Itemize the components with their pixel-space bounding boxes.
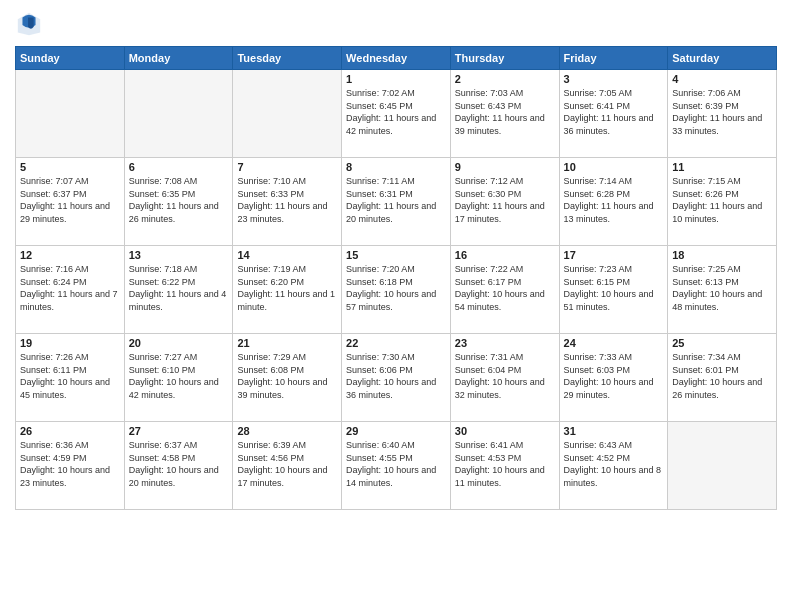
calendar-cell: 4Sunrise: 7:06 AMSunset: 6:39 PMDaylight…: [668, 70, 777, 158]
day-number: 7: [237, 161, 337, 173]
day-number: 4: [672, 73, 772, 85]
day-number: 31: [564, 425, 664, 437]
day-info: Sunrise: 7:18 AMSunset: 6:22 PMDaylight:…: [129, 263, 229, 313]
header: [15, 10, 777, 38]
calendar-cell: 17Sunrise: 7:23 AMSunset: 6:15 PMDayligh…: [559, 246, 668, 334]
week-row-3: 12Sunrise: 7:16 AMSunset: 6:24 PMDayligh…: [16, 246, 777, 334]
day-number: 18: [672, 249, 772, 261]
calendar-cell: 10Sunrise: 7:14 AMSunset: 6:28 PMDayligh…: [559, 158, 668, 246]
calendar-cell: 12Sunrise: 7:16 AMSunset: 6:24 PMDayligh…: [16, 246, 125, 334]
logo-icon: [15, 10, 43, 38]
day-info: Sunrise: 6:40 AMSunset: 4:55 PMDaylight:…: [346, 439, 446, 489]
day-number: 19: [20, 337, 120, 349]
calendar-cell: 6Sunrise: 7:08 AMSunset: 6:35 PMDaylight…: [124, 158, 233, 246]
day-info: Sunrise: 7:15 AMSunset: 6:26 PMDaylight:…: [672, 175, 772, 225]
calendar-cell: [233, 70, 342, 158]
day-number: 12: [20, 249, 120, 261]
calendar-cell: 1Sunrise: 7:02 AMSunset: 6:45 PMDaylight…: [342, 70, 451, 158]
day-number: 8: [346, 161, 446, 173]
day-info: Sunrise: 7:03 AMSunset: 6:43 PMDaylight:…: [455, 87, 555, 137]
calendar-cell: 2Sunrise: 7:03 AMSunset: 6:43 PMDaylight…: [450, 70, 559, 158]
day-info: Sunrise: 7:22 AMSunset: 6:17 PMDaylight:…: [455, 263, 555, 313]
day-number: 23: [455, 337, 555, 349]
day-number: 17: [564, 249, 664, 261]
day-number: 26: [20, 425, 120, 437]
calendar-cell: 25Sunrise: 7:34 AMSunset: 6:01 PMDayligh…: [668, 334, 777, 422]
day-number: 25: [672, 337, 772, 349]
day-info: Sunrise: 7:14 AMSunset: 6:28 PMDaylight:…: [564, 175, 664, 225]
day-info: Sunrise: 7:10 AMSunset: 6:33 PMDaylight:…: [237, 175, 337, 225]
day-number: 1: [346, 73, 446, 85]
day-info: Sunrise: 7:25 AMSunset: 6:13 PMDaylight:…: [672, 263, 772, 313]
weekday-header-thursday: Thursday: [450, 47, 559, 70]
week-row-2: 5Sunrise: 7:07 AMSunset: 6:37 PMDaylight…: [16, 158, 777, 246]
day-info: Sunrise: 7:27 AMSunset: 6:10 PMDaylight:…: [129, 351, 229, 401]
day-info: Sunrise: 6:39 AMSunset: 4:56 PMDaylight:…: [237, 439, 337, 489]
calendar-cell: 28Sunrise: 6:39 AMSunset: 4:56 PMDayligh…: [233, 422, 342, 510]
day-info: Sunrise: 7:11 AMSunset: 6:31 PMDaylight:…: [346, 175, 446, 225]
calendar-cell: 27Sunrise: 6:37 AMSunset: 4:58 PMDayligh…: [124, 422, 233, 510]
week-row-5: 26Sunrise: 6:36 AMSunset: 4:59 PMDayligh…: [16, 422, 777, 510]
calendar-cell: 16Sunrise: 7:22 AMSunset: 6:17 PMDayligh…: [450, 246, 559, 334]
calendar-cell: [668, 422, 777, 510]
logo: [15, 10, 47, 38]
weekday-header-friday: Friday: [559, 47, 668, 70]
day-info: Sunrise: 7:23 AMSunset: 6:15 PMDaylight:…: [564, 263, 664, 313]
calendar-cell: 7Sunrise: 7:10 AMSunset: 6:33 PMDaylight…: [233, 158, 342, 246]
day-info: Sunrise: 7:31 AMSunset: 6:04 PMDaylight:…: [455, 351, 555, 401]
day-info: Sunrise: 7:26 AMSunset: 6:11 PMDaylight:…: [20, 351, 120, 401]
weekday-header-tuesday: Tuesday: [233, 47, 342, 70]
day-info: Sunrise: 7:06 AMSunset: 6:39 PMDaylight:…: [672, 87, 772, 137]
calendar-cell: 31Sunrise: 6:43 AMSunset: 4:52 PMDayligh…: [559, 422, 668, 510]
calendar-cell: 11Sunrise: 7:15 AMSunset: 6:26 PMDayligh…: [668, 158, 777, 246]
weekday-header-monday: Monday: [124, 47, 233, 70]
day-number: 3: [564, 73, 664, 85]
day-info: Sunrise: 7:02 AMSunset: 6:45 PMDaylight:…: [346, 87, 446, 137]
day-number: 9: [455, 161, 555, 173]
day-number: 22: [346, 337, 446, 349]
week-row-4: 19Sunrise: 7:26 AMSunset: 6:11 PMDayligh…: [16, 334, 777, 422]
day-number: 21: [237, 337, 337, 349]
day-number: 11: [672, 161, 772, 173]
calendar-table: SundayMondayTuesdayWednesdayThursdayFrid…: [15, 46, 777, 510]
day-number: 14: [237, 249, 337, 261]
day-number: 10: [564, 161, 664, 173]
calendar-cell: 18Sunrise: 7:25 AMSunset: 6:13 PMDayligh…: [668, 246, 777, 334]
day-number: 15: [346, 249, 446, 261]
day-number: 30: [455, 425, 555, 437]
day-info: Sunrise: 7:12 AMSunset: 6:30 PMDaylight:…: [455, 175, 555, 225]
day-number: 27: [129, 425, 229, 437]
day-info: Sunrise: 7:33 AMSunset: 6:03 PMDaylight:…: [564, 351, 664, 401]
day-info: Sunrise: 7:34 AMSunset: 6:01 PMDaylight:…: [672, 351, 772, 401]
calendar-cell: 23Sunrise: 7:31 AMSunset: 6:04 PMDayligh…: [450, 334, 559, 422]
calendar-cell: 19Sunrise: 7:26 AMSunset: 6:11 PMDayligh…: [16, 334, 125, 422]
calendar-cell: 24Sunrise: 7:33 AMSunset: 6:03 PMDayligh…: [559, 334, 668, 422]
day-info: Sunrise: 7:29 AMSunset: 6:08 PMDaylight:…: [237, 351, 337, 401]
calendar-cell: 8Sunrise: 7:11 AMSunset: 6:31 PMDaylight…: [342, 158, 451, 246]
day-number: 29: [346, 425, 446, 437]
day-info: Sunrise: 6:43 AMSunset: 4:52 PMDaylight:…: [564, 439, 664, 489]
weekday-header-row: SundayMondayTuesdayWednesdayThursdayFrid…: [16, 47, 777, 70]
day-info: Sunrise: 6:37 AMSunset: 4:58 PMDaylight:…: [129, 439, 229, 489]
day-number: 28: [237, 425, 337, 437]
calendar-cell: 15Sunrise: 7:20 AMSunset: 6:18 PMDayligh…: [342, 246, 451, 334]
calendar-cell: [16, 70, 125, 158]
calendar-cell: 29Sunrise: 6:40 AMSunset: 4:55 PMDayligh…: [342, 422, 451, 510]
day-info: Sunrise: 7:30 AMSunset: 6:06 PMDaylight:…: [346, 351, 446, 401]
day-info: Sunrise: 6:36 AMSunset: 4:59 PMDaylight:…: [20, 439, 120, 489]
day-number: 20: [129, 337, 229, 349]
calendar-cell: 9Sunrise: 7:12 AMSunset: 6:30 PMDaylight…: [450, 158, 559, 246]
day-info: Sunrise: 7:20 AMSunset: 6:18 PMDaylight:…: [346, 263, 446, 313]
day-info: Sunrise: 7:07 AMSunset: 6:37 PMDaylight:…: [20, 175, 120, 225]
calendar-cell: [124, 70, 233, 158]
week-row-1: 1Sunrise: 7:02 AMSunset: 6:45 PMDaylight…: [16, 70, 777, 158]
calendar-cell: 26Sunrise: 6:36 AMSunset: 4:59 PMDayligh…: [16, 422, 125, 510]
calendar-cell: 3Sunrise: 7:05 AMSunset: 6:41 PMDaylight…: [559, 70, 668, 158]
day-number: 6: [129, 161, 229, 173]
day-number: 16: [455, 249, 555, 261]
day-info: Sunrise: 7:05 AMSunset: 6:41 PMDaylight:…: [564, 87, 664, 137]
day-info: Sunrise: 6:41 AMSunset: 4:53 PMDaylight:…: [455, 439, 555, 489]
page: SundayMondayTuesdayWednesdayThursdayFrid…: [0, 0, 792, 612]
calendar-cell: 22Sunrise: 7:30 AMSunset: 6:06 PMDayligh…: [342, 334, 451, 422]
day-info: Sunrise: 7:08 AMSunset: 6:35 PMDaylight:…: [129, 175, 229, 225]
